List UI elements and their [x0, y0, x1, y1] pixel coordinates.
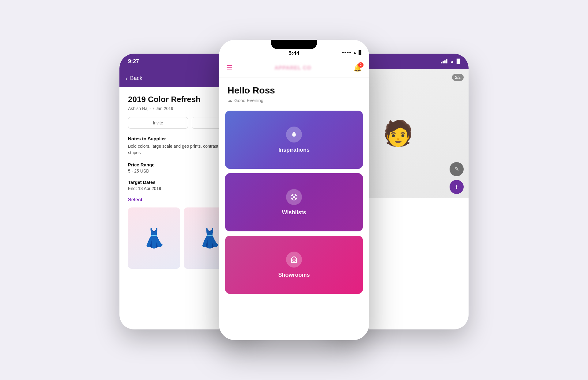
right-wifi-icon: ▲	[450, 59, 454, 64]
showrooms-card[interactable]: Showrooms	[225, 236, 363, 294]
signal-dots-icon	[342, 52, 351, 53]
cloud-icon: ☁	[228, 97, 232, 103]
center-wifi-icon: ▲	[353, 50, 357, 55]
brand-name: APPAREL CO	[275, 65, 311, 71]
invite-button[interactable]: Invite	[128, 117, 188, 129]
wishlists-icon	[286, 189, 302, 205]
menu-cards: Inspirations Wishlists	[219, 108, 369, 296]
inspirations-label: Inspirations	[278, 147, 310, 153]
notch-area: 5:44 ▲ ▉	[219, 40, 369, 58]
center-time: 5:44	[288, 50, 300, 57]
greeting-sub-text: Good Evening	[234, 98, 263, 103]
select-link[interactable]: Select	[128, 197, 142, 203]
right-status-right: ▲ ▉	[441, 59, 460, 64]
inspirations-card[interactable]: Inspirations	[225, 111, 363, 169]
right-battery-icon: ▉	[457, 59, 460, 64]
right-signal-icon	[441, 59, 447, 63]
center-top-bar: ☰ APPAREL CO 🔔 2	[219, 58, 369, 78]
center-status-right: ▲ ▉	[342, 50, 362, 55]
greeting-sub: ☁ Good Evening	[228, 97, 360, 103]
wishlists-card[interactable]: Wishlists	[225, 173, 363, 231]
add-button[interactable]: +	[450, 180, 464, 194]
scene: 9:27 ▲ ▉ ‹ Back 2019 Color Refresh Ashis…	[126, 29, 462, 351]
greeting-section: Hello Ross ☁ Good Evening	[219, 78, 369, 108]
notch	[271, 40, 317, 49]
center-battery-icon: ▉	[359, 50, 362, 55]
notification-badge: 2	[358, 62, 364, 68]
svg-point-6	[293, 259, 295, 261]
left-time: 9:27	[128, 58, 139, 65]
wishlists-label: Wishlists	[282, 209, 306, 216]
notification-button[interactable]: 🔔 2	[353, 64, 362, 72]
image-counter-badge: 2/2	[452, 74, 464, 81]
greeting-hello: Hello Ross	[228, 85, 360, 96]
showrooms-icon	[286, 252, 302, 268]
product-thumb-1[interactable]: 👗	[128, 207, 180, 269]
hamburger-menu-icon[interactable]: ☰	[226, 64, 232, 72]
dress-image: 👗	[128, 207, 180, 269]
edit-button[interactable]: ✎	[450, 162, 464, 176]
back-label[interactable]: Back	[130, 75, 142, 82]
phone-center: 5:44 ▲ ▉ ☰ APPAREL CO 🔔 2 H	[219, 40, 369, 340]
back-arrow-icon[interactable]: ‹	[126, 75, 128, 82]
inspirations-icon	[286, 127, 302, 142]
svg-point-0	[293, 134, 295, 136]
showrooms-label: Showrooms	[278, 272, 310, 278]
